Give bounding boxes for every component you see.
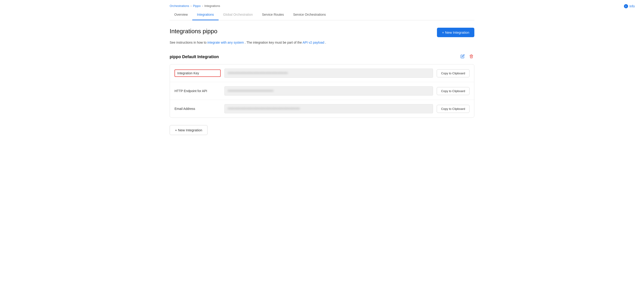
info-icon: i	[624, 4, 628, 8]
page-title-main: Integrations	[170, 28, 201, 34]
page-description: See instructions in how to integrate wit…	[170, 40, 474, 45]
info-button[interactable]: i Info	[624, 4, 635, 8]
integrate-link[interactable]: integrate with any system	[207, 41, 244, 44]
integration-key-label: Integration Key	[174, 70, 221, 77]
email-address-row: Email Address ••••••••••••••••••••••••••…	[170, 100, 474, 118]
integration-key-row: Integration Key ••••••••••••••••••••••••…	[170, 64, 474, 82]
http-endpoint-blurred: ••••••••••••••••••••••••••••••••••••••	[228, 89, 274, 92]
integration-key-blurred: ••••••••••••••••••••••••••••••••••••••••…	[228, 72, 288, 75]
breadcrumb-sep-1: ›	[191, 4, 192, 8]
http-endpoint-copy-button[interactable]: Copy to Clipboard	[437, 87, 470, 95]
http-endpoint-value: ••••••••••••••••••••••••••••••••••••••	[224, 86, 433, 96]
breadcrumb-sep-2: ›	[202, 4, 203, 8]
email-address-blurred: ••••••••••••••••••••••••••••••••••••••••…	[228, 107, 300, 110]
integration-key-value: ••••••••••••••••••••••••••••••••••••••••…	[224, 68, 433, 78]
integration-card: Integration Key ••••••••••••••••••••••••…	[170, 64, 474, 118]
breadcrumb-pippo[interactable]: Pippo	[193, 4, 200, 8]
email-address-label: Email Address	[174, 107, 221, 110]
http-endpoint-label: HTTP Endpoint for API	[174, 89, 221, 93]
tab-service-orchestrations[interactable]: Service Orchestrations	[288, 10, 330, 20]
integration-actions	[460, 53, 474, 60]
description-after-link2: .	[325, 41, 326, 44]
email-address-value: ••••••••••••••••••••••••••••••••••••••••…	[224, 104, 433, 113]
http-endpoint-row: HTTP Endpoint for API ••••••••••••••••••…	[170, 82, 474, 100]
tab-integrations[interactable]: Integrations	[192, 10, 218, 20]
page-title: Integrations pippo	[170, 28, 218, 35]
description-between-links: . The integration key must be part of th…	[245, 41, 302, 44]
api-v2-link[interactable]: API v2 payload	[302, 41, 324, 44]
new-integration-bottom-button[interactable]: + New Integration	[170, 125, 208, 135]
tab-global-orchestration[interactable]: Global Orchestration	[218, 10, 257, 20]
new-integration-top-button[interactable]: + New Integration	[437, 28, 474, 37]
edit-integration-button[interactable]	[460, 53, 466, 60]
email-address-copy-button[interactable]: Copy to Clipboard	[437, 105, 470, 113]
tab-overview[interactable]: Overview	[170, 10, 192, 20]
page-title-sub: pippo	[203, 28, 218, 34]
breadcrumb-integrations: Integrations	[204, 4, 220, 8]
integration-section: pippo Default Integration	[170, 53, 474, 118]
delete-integration-button[interactable]	[468, 53, 474, 60]
main-content: Integrations pippo + New Integration See…	[170, 20, 474, 142]
tab-service-routes[interactable]: Service Routes	[257, 10, 288, 20]
breadcrumb: Orchestrations › Pippo › Integrations	[170, 0, 474, 8]
info-label: Info	[630, 4, 635, 8]
description-before-link1: See instructions in how to	[170, 41, 207, 44]
integration-key-copy-button[interactable]: Copy to Clipboard	[437, 69, 470, 77]
page-header: Integrations pippo + New Integration	[170, 28, 474, 37]
tabs-nav: Overview Integrations Global Orchestrati…	[170, 10, 474, 20]
integration-section-title: pippo Default Integration	[170, 54, 219, 59]
integration-section-header: pippo Default Integration	[170, 53, 474, 60]
breadcrumb-orchestrations[interactable]: Orchestrations	[170, 4, 189, 8]
